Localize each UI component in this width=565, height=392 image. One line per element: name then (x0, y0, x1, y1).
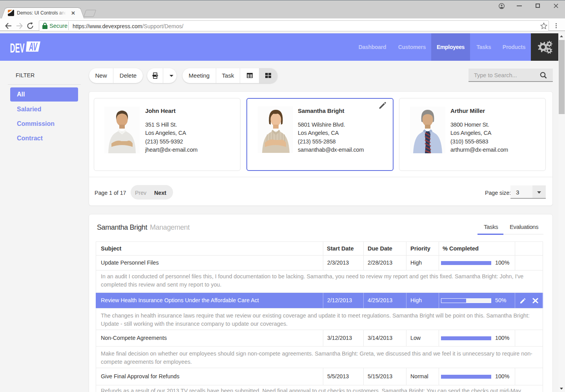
svg-text:DEV: DEV (10, 40, 24, 56)
svg-text:AV: AV (29, 40, 38, 53)
